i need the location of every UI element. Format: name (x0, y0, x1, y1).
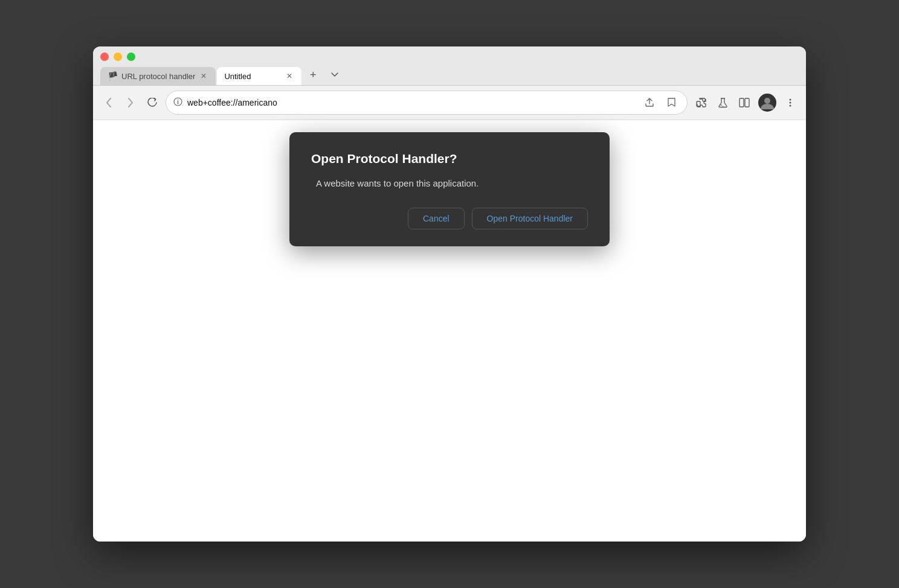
back-button[interactable] (100, 94, 117, 111)
tab-dropdown-button[interactable] (326, 66, 344, 84)
minimize-button[interactable] (114, 53, 122, 61)
title-bar: 🏴 URL protocol handler ✕ Untitled ✕ + (93, 46, 806, 86)
browser-window: 🏴 URL protocol handler ✕ Untitled ✕ + (93, 46, 806, 542)
svg-point-2 (178, 100, 179, 101)
back-icon (106, 98, 112, 107)
close-button[interactable] (100, 53, 109, 61)
svg-point-12 (790, 102, 791, 104)
profile-button[interactable] (758, 93, 777, 112)
forward-icon (127, 98, 134, 107)
maximize-button[interactable] (127, 53, 135, 61)
puzzle-icon (695, 97, 706, 108)
bookmark-button[interactable] (663, 94, 680, 111)
address-text: web+coffee://americano (187, 98, 636, 107)
reload-icon (147, 98, 157, 107)
lab-button[interactable] (714, 94, 731, 111)
tab-close-2[interactable]: ✕ (285, 71, 294, 81)
tab-url-protocol-handler[interactable]: 🏴 URL protocol handler ✕ (100, 67, 216, 85)
svg-point-10 (764, 98, 770, 104)
svg-point-11 (790, 99, 791, 101)
extensions-button[interactable] (692, 94, 709, 111)
profile-avatar-icon (758, 93, 777, 112)
reader-icon (739, 98, 750, 107)
tab-untitled[interactable]: Untitled ✕ (217, 67, 301, 85)
tab-close-1[interactable]: ✕ (199, 71, 208, 81)
tab-favicon: 🏴 (108, 71, 118, 81)
tab-label-2: Untitled (224, 72, 281, 81)
svg-point-6 (722, 106, 723, 106)
bookmark-icon (667, 98, 676, 107)
svg-point-13 (790, 105, 791, 107)
protocol-handler-dialog: Open Protocol Handler? A website wants t… (289, 132, 610, 246)
tab-label-1: URL protocol handler (121, 72, 195, 81)
modal-overlay: Open Protocol Handler? A website wants t… (93, 120, 806, 542)
dialog-body: A website wants to open this application… (311, 178, 588, 188)
nav-bar: web+coffee://americano (93, 86, 806, 120)
cancel-button[interactable]: Cancel (408, 208, 465, 229)
flask-icon (718, 97, 728, 108)
chevron-down-icon (331, 72, 338, 77)
more-dots-icon (785, 98, 795, 107)
info-circle-icon (173, 97, 182, 106)
reload-button[interactable] (144, 94, 161, 111)
svg-rect-8 (745, 98, 749, 107)
dialog-title: Open Protocol Handler? (311, 152, 588, 166)
new-tab-button[interactable]: + (304, 66, 322, 84)
tabs-row: 🏴 URL protocol handler ✕ Untitled ✕ + (100, 66, 799, 85)
address-bar[interactable]: web+coffee://americano (166, 91, 688, 115)
menu-button[interactable] (782, 94, 799, 111)
dialog-buttons: Cancel Open Protocol Handler (311, 208, 588, 229)
share-icon (645, 98, 654, 107)
page-content: Open Protocol Handler? A website wants t… (93, 120, 806, 542)
reader-mode-button[interactable] (736, 94, 753, 111)
svg-point-5 (720, 104, 721, 106)
share-button[interactable] (641, 94, 658, 111)
svg-rect-7 (740, 98, 744, 107)
info-icon (173, 97, 182, 108)
forward-button[interactable] (122, 94, 139, 111)
traffic-lights (100, 53, 799, 61)
open-protocol-handler-button[interactable]: Open Protocol Handler (472, 208, 588, 229)
